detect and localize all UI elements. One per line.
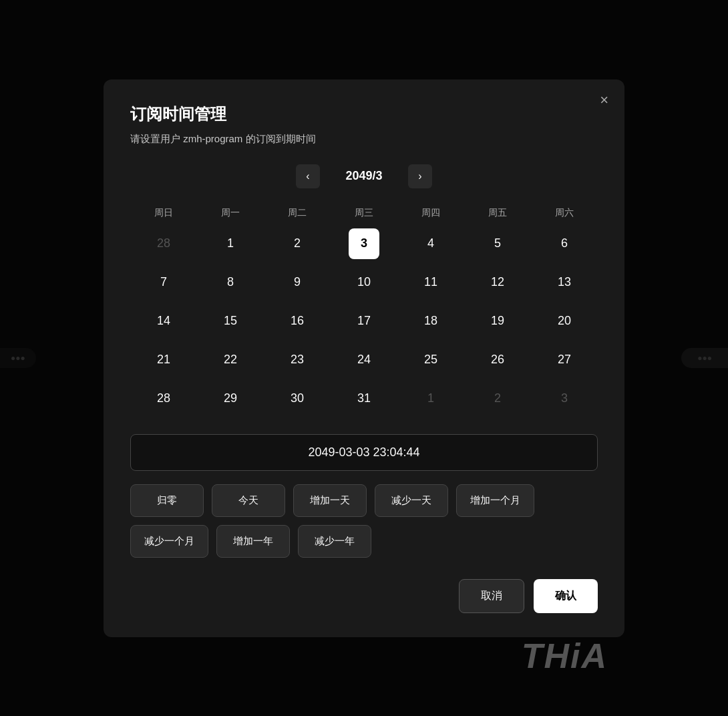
sub-day-button[interactable]: 减少一天 [375, 484, 448, 517]
calendar-cell: 12 [464, 263, 531, 302]
add-day-button[interactable]: 增加一天 [293, 484, 367, 517]
dialog-subtitle: 请设置用户 zmh-program 的订阅到期时间 [130, 133, 598, 146]
close-button[interactable]: × [600, 93, 608, 108]
calendar-cell: 30 [264, 379, 331, 418]
calendar-cell: 14 [130, 302, 197, 341]
dialog: × 订阅时间管理 请设置用户 zmh-program 的订阅到期时间 ‹ 204… [104, 79, 624, 637]
day-cell[interactable]: 6 [549, 228, 580, 259]
next-month-button[interactable]: › [408, 164, 432, 188]
calendar-cell: 22 [197, 341, 264, 379]
day-cell[interactable]: 25 [415, 345, 446, 375]
day-cell[interactable]: 29 [215, 383, 246, 414]
day-cell[interactable]: 17 [349, 306, 379, 337]
day-cell: 1 [415, 383, 446, 414]
calendar-cell: 23 [264, 341, 331, 379]
sub-month-button[interactable]: 减少一个月 [130, 525, 208, 558]
day-cell[interactable]: 18 [415, 306, 446, 337]
calendar-grid: 周日周一周二周三周四周五周六 2812345678910111213141516… [130, 202, 598, 418]
day-cell[interactable]: 1 [215, 228, 246, 259]
calendar-cell: 1 [397, 379, 464, 418]
reset-button[interactable]: 归零 [130, 484, 204, 517]
calendar-cell: 10 [331, 263, 397, 302]
calendar-cell: 6 [531, 224, 598, 263]
day-cell: 28 [148, 228, 179, 259]
day-cell[interactable]: 2 [282, 228, 313, 259]
calendar-cell: 28 [130, 224, 197, 263]
date-input[interactable] [130, 434, 598, 471]
weekday-header-cell: 周五 [464, 202, 531, 224]
day-cell[interactable]: 26 [482, 345, 513, 375]
thia-watermark: THiA [522, 636, 608, 676]
calendar-cell: 4 [397, 224, 464, 263]
day-cell[interactable]: 22 [215, 345, 246, 375]
day-cell[interactable]: 4 [415, 228, 446, 259]
calendar-cell: 20 [531, 302, 598, 341]
day-cell[interactable]: 12 [482, 267, 513, 298]
weekday-header-cell: 周二 [264, 202, 331, 224]
action-buttons: 归零今天增加一天减少一天增加一个月减少一个月增加一年减少一年 [130, 484, 598, 558]
day-cell[interactable]: 31 [349, 383, 379, 414]
dialog-title: 订阅时间管理 [130, 104, 598, 125]
calendar-cell: 17 [331, 302, 397, 341]
day-cell[interactable]: 23 [282, 345, 313, 375]
calendar-cell: 28 [130, 379, 197, 418]
day-cell[interactable]: 7 [148, 267, 179, 298]
weekday-header-cell: 周六 [531, 202, 598, 224]
day-cell[interactable]: 5 [482, 228, 513, 259]
calendar-cell: 2 [264, 224, 331, 263]
day-cell[interactable]: 21 [148, 345, 179, 375]
calendar-cell: 5 [464, 224, 531, 263]
day-cell[interactable]: 28 [148, 383, 179, 414]
weekday-header-cell: 周日 [130, 202, 197, 224]
day-cell[interactable]: 30 [282, 383, 313, 414]
calendar-cell: 8 [197, 263, 264, 302]
calendar-cell: 26 [464, 341, 531, 379]
cancel-button[interactable]: 取消 [459, 579, 524, 613]
day-cell[interactable]: 13 [549, 267, 580, 298]
day-cell[interactable]: 15 [215, 306, 246, 337]
calendar-cell: 7 [130, 263, 197, 302]
month-label: 2049/3 [331, 169, 397, 183]
calendar-cell: 16 [264, 302, 331, 341]
calendar-cell: 19 [464, 302, 531, 341]
day-cell[interactable]: 16 [282, 306, 313, 337]
day-cell[interactable]: 8 [215, 267, 246, 298]
weekday-header-cell: 周四 [397, 202, 464, 224]
dialog-footer: 取消 确认 [130, 579, 598, 613]
overlay: × 订阅时间管理 请设置用户 zmh-program 的订阅到期时间 ‹ 204… [0, 0, 728, 716]
calendar-cell: 3 [331, 224, 397, 263]
weekday-header-cell: 周一 [197, 202, 264, 224]
calendar-cell: 3 [531, 379, 598, 418]
day-cell: 2 [482, 383, 513, 414]
calendar-cell: 21 [130, 341, 197, 379]
calendar-cell: 25 [397, 341, 464, 379]
calendar-cell: 1 [197, 224, 264, 263]
calendar-cell: 18 [397, 302, 464, 341]
day-cell[interactable]: 9 [282, 267, 313, 298]
day-cell[interactable]: 27 [549, 345, 580, 375]
day-cell[interactable]: 14 [148, 306, 179, 337]
calendar-cell: 29 [197, 379, 264, 418]
day-cell[interactable]: 20 [549, 306, 580, 337]
calendar-cell: 27 [531, 341, 598, 379]
weekday-header-cell: 周三 [331, 202, 397, 224]
calendar-cell: 9 [264, 263, 331, 302]
selected-day[interactable]: 3 [349, 228, 379, 259]
sub-year-button[interactable]: 减少一年 [298, 525, 371, 558]
add-month-button[interactable]: 增加一个月 [456, 484, 534, 517]
calendar-cell: 24 [331, 341, 397, 379]
calendar-header: ‹ 2049/3 › [130, 164, 598, 188]
day-cell[interactable]: 11 [415, 267, 446, 298]
day-cell[interactable]: 24 [349, 345, 379, 375]
add-year-button[interactable]: 增加一年 [216, 525, 290, 558]
date-input-row [130, 434, 598, 471]
calendar-cell: 2 [464, 379, 531, 418]
confirm-button[interactable]: 确认 [534, 579, 598, 613]
day-cell: 3 [549, 383, 580, 414]
today-button[interactable]: 今天 [212, 484, 285, 517]
calendar-cell: 11 [397, 263, 464, 302]
day-cell[interactable]: 10 [349, 267, 379, 298]
calendar-cell: 15 [197, 302, 264, 341]
prev-month-button[interactable]: ‹ [296, 164, 320, 188]
day-cell[interactable]: 19 [482, 306, 513, 337]
